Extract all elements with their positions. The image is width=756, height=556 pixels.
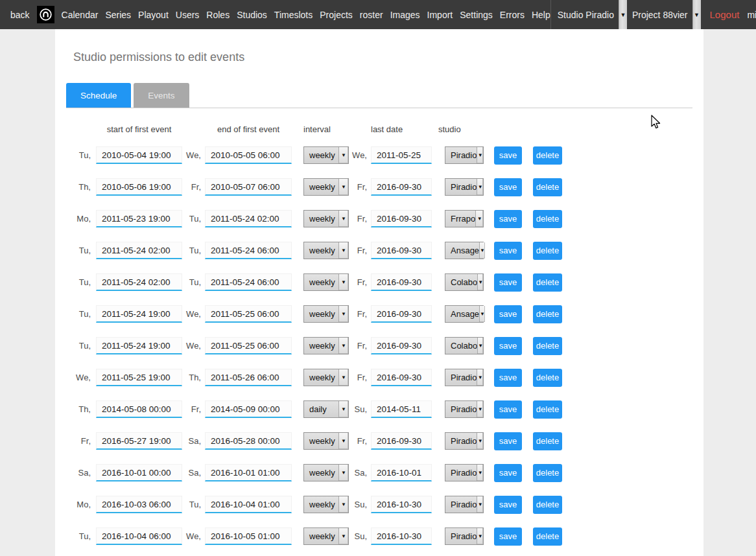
last-date-input[interactable] — [371, 242, 432, 259]
last-date-input[interactable] — [371, 337, 432, 354]
interval-select[interactable]: weekly ▼ — [303, 369, 349, 386]
nav-item-errors[interactable]: Errors — [500, 10, 525, 20]
chevron-down-icon[interactable]: ▼ — [692, 0, 701, 29]
save-button[interactable]: save — [494, 464, 522, 482]
delete-button[interactable]: delete — [533, 369, 562, 387]
last-date-input[interactable] — [371, 369, 432, 386]
save-button[interactable]: save — [494, 305, 522, 323]
start-of-event-input[interactable] — [96, 464, 182, 481]
nav-item-timeslots[interactable]: Timeslots — [274, 10, 313, 20]
tab-schedule[interactable]: Schedule — [66, 83, 131, 108]
start-of-event-input[interactable] — [96, 178, 182, 196]
interval-select[interactable]: daily ▼ — [303, 400, 349, 418]
delete-button[interactable]: delete — [533, 400, 562, 419]
chevron-down-icon[interactable]: ▼ — [619, 0, 627, 29]
nav-item-roles[interactable]: Roles — [206, 10, 230, 20]
save-button[interactable]: save — [494, 400, 522, 419]
last-date-input[interactable] — [371, 464, 432, 481]
nav-item-settings[interactable]: Settings — [460, 10, 493, 20]
end-of-event-input[interactable] — [205, 305, 292, 323]
studio-select-nav[interactable]: Studio Piradio ▼ — [556, 0, 627, 29]
studio-select[interactable]: Frrapo ▼ — [445, 210, 484, 227]
start-of-event-input[interactable] — [96, 337, 182, 354]
tab-events[interactable]: Events — [134, 83, 189, 108]
start-of-event-input[interactable] — [96, 273, 182, 291]
nav-item-playout[interactable]: Playout — [138, 10, 169, 20]
logout-link[interactable]: Logout — [710, 9, 740, 20]
start-of-event-input[interactable] — [96, 400, 182, 418]
studio-select[interactable]: Piradio ▼ — [445, 527, 484, 545]
studio-select[interactable]: Piradio ▼ — [445, 464, 484, 481]
delete-button[interactable]: delete — [533, 273, 562, 292]
last-date-input[interactable] — [371, 210, 432, 227]
nav-item-calendar[interactable]: Calendar — [62, 10, 99, 20]
studio-select[interactable]: Piradio ▼ — [445, 496, 484, 513]
start-of-event-input[interactable] — [96, 210, 182, 227]
nav-item-back[interactable]: back — [10, 10, 30, 20]
end-of-event-input[interactable] — [205, 210, 292, 227]
delete-button[interactable]: delete — [533, 432, 562, 450]
last-date-input[interactable] — [371, 273, 432, 291]
studio-select[interactable]: Colabo ▼ — [445, 273, 484, 291]
nav-item-studios[interactable]: Studios — [237, 10, 267, 20]
interval-select[interactable]: weekly ▼ — [303, 305, 349, 323]
save-button[interactable]: save — [494, 369, 522, 387]
studio-select[interactable]: Ansage ▼ — [445, 242, 484, 259]
end-of-event-input[interactable] — [205, 432, 292, 450]
interval-select[interactable]: weekly ▼ — [303, 210, 349, 227]
nav-item-series[interactable]: Series — [105, 10, 131, 20]
studio-select[interactable]: Piradio ▼ — [445, 146, 484, 164]
interval-select[interactable]: weekly ▼ — [303, 146, 349, 164]
save-button[interactable]: save — [494, 146, 522, 165]
delete-button[interactable]: delete — [533, 305, 562, 323]
start-of-event-input[interactable] — [96, 305, 182, 323]
interval-select[interactable]: weekly ▼ — [303, 337, 349, 354]
end-of-event-input[interactable] — [205, 178, 292, 196]
end-of-event-input[interactable] — [205, 273, 292, 291]
end-of-event-input[interactable] — [205, 400, 292, 418]
nav-item-roster[interactable]: roster — [360, 10, 383, 20]
delete-button[interactable]: delete — [533, 337, 562, 355]
studio-select[interactable]: Colabo ▼ — [445, 337, 484, 354]
start-of-event-input[interactable] — [96, 496, 182, 513]
nav-item-images[interactable]: Images — [390, 10, 420, 20]
start-of-event-input[interactable] — [96, 242, 182, 259]
interval-select[interactable]: weekly ▼ — [303, 432, 349, 450]
last-date-input[interactable] — [371, 496, 432, 513]
start-of-event-input[interactable] — [96, 369, 182, 386]
delete-button[interactable]: delete — [533, 146, 562, 165]
interval-select[interactable]: weekly ▼ — [303, 242, 349, 259]
last-date-input[interactable] — [371, 400, 432, 418]
start-of-event-input[interactable] — [96, 146, 182, 164]
nav-item-projects[interactable]: Projects — [320, 10, 353, 20]
nav-item-help[interactable]: Help — [532, 10, 550, 20]
delete-button[interactable]: delete — [533, 496, 562, 514]
start-of-event-input[interactable] — [96, 432, 182, 450]
save-button[interactable]: save — [494, 527, 522, 546]
end-of-event-input[interactable] — [205, 496, 292, 513]
studio-select[interactable]: Piradio ▼ — [445, 432, 484, 450]
save-button[interactable]: save — [494, 432, 522, 450]
delete-button[interactable]: delete — [533, 464, 562, 482]
delete-button[interactable]: delete — [533, 242, 562, 260]
end-of-event-input[interactable] — [205, 369, 292, 386]
end-of-event-input[interactable] — [205, 464, 292, 481]
start-of-event-input[interactable] — [96, 527, 182, 545]
last-date-input[interactable] — [371, 305, 432, 323]
interval-select[interactable]: weekly ▼ — [303, 178, 349, 196]
project-select-nav[interactable]: Project 88vier ▼ — [631, 0, 701, 29]
interval-select[interactable]: weekly ▼ — [303, 273, 349, 291]
delete-button[interactable]: delete — [533, 527, 562, 546]
logo-icon[interactable] — [37, 6, 54, 23]
delete-button[interactable]: delete — [533, 210, 562, 228]
last-date-input[interactable] — [371, 527, 432, 545]
nav-item-users[interactable]: Users — [176, 10, 200, 20]
save-button[interactable]: save — [494, 496, 522, 514]
save-button[interactable]: save — [494, 242, 522, 260]
end-of-event-input[interactable] — [205, 146, 292, 164]
studio-select[interactable]: Ansage ▼ — [445, 305, 484, 323]
studio-select[interactable]: Piradio ▼ — [445, 400, 484, 418]
studio-select[interactable]: Piradio ▼ — [445, 369, 484, 386]
nav-item-import[interactable]: Import — [427, 10, 453, 20]
studio-select[interactable]: Piradio ▼ — [445, 178, 484, 196]
